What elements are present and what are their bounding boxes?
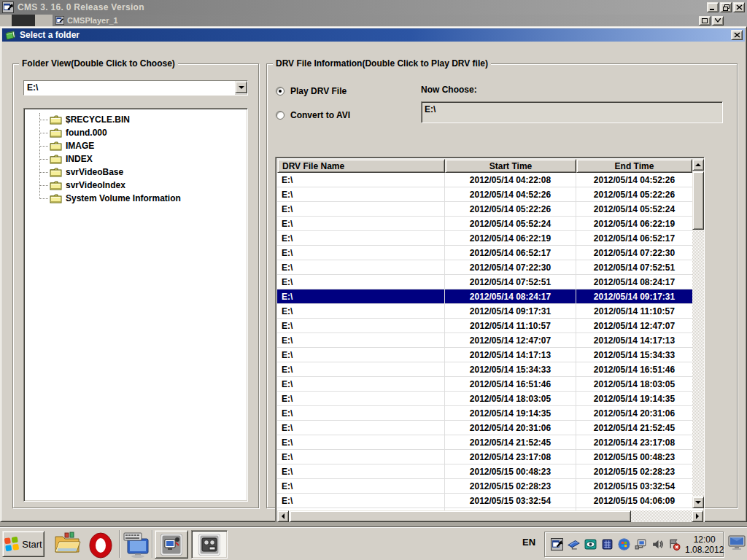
cell-file-name: E:\ [277,231,445,245]
cell-end-time: 2012/05/15 03:32:54 [576,479,692,493]
volume-icon[interactable] [651,538,664,551]
table-row[interactable]: E:\ 2012/05/14 08:24:17 2012/05/14 09:17… [277,289,692,304]
cell-start-time: 2012/05/14 06:22:19 [445,231,576,245]
table-row[interactable]: E:\ 2012/05/14 16:51:46 2012/05/14 18:03… [277,377,692,392]
address-book-icon[interactable] [601,538,614,551]
vertical-scroll-thumb[interactable] [692,171,704,230]
table-row[interactable]: E:\ 2012/05/15 00:48:23 2012/05/15 02:28… [277,464,692,479]
arrow-up-icon [695,163,701,166]
cell-start-time: 2012/05/14 20:31:06 [445,421,576,435]
drive-combobox-value: E:\ [24,81,235,95]
combobox-dropdown-button[interactable] [235,81,247,93]
cell-file-name: E:\ [277,392,445,405]
scroll-left-button[interactable] [277,510,289,522]
table-row[interactable]: E:\ 2012/05/14 04:52:26 2012/05/14 05:22… [277,187,692,202]
opera-icon[interactable] [88,532,114,559]
header-end-time[interactable]: End Time [576,159,692,173]
radio-unselected-icon[interactable] [276,111,285,120]
cell-end-time: 2012/05/14 07:22:30 [576,246,692,260]
table-row[interactable]: E:\ 2012/05/14 07:52:51 2012/05/14 08:24… [277,275,692,289]
scroll-down-button[interactable] [692,497,704,508]
table-row[interactable]: E:\ 2012/05/14 19:14:35 2012/05/14 20:31… [277,406,692,421]
green-folder-icon [4,30,16,41]
dialog-titlebar: Select a folder [2,28,745,42]
main-window-title: CMS 3. 16. 0 Release Version [18,2,144,12]
network-plug-icon[interactable] [635,538,647,551]
dialog-close-button[interactable] [731,30,743,40]
tree-item-folder[interactable]: IMAGE [24,139,247,152]
radio-convert-avi[interactable]: Convert to AVI [276,110,350,120]
table-row[interactable]: E:\ 2012/05/14 06:52:17 2012/05/14 07:22… [277,246,692,260]
explorer-folder-icon[interactable] [53,531,81,556]
cell-start-time: 2012/05/14 12:47:07 [445,333,576,347]
horizontal-scroll-track[interactable] [631,510,692,522]
task-button-video-monitor[interactable] [155,530,188,559]
cms-tray-icon[interactable] [551,538,563,551]
table-row[interactable]: E:\ 2012/05/14 21:52:45 2012/05/14 23:17… [277,435,692,450]
table-row[interactable]: E:\ 2012/05/14 12:47:07 2012/05/14 14:17… [277,333,692,348]
now-choose-field[interactable]: E:\ [421,101,723,123]
tree-item-folder[interactable]: System Volume Information [24,192,247,205]
scroll-up-button[interactable] [692,159,704,171]
table-row[interactable]: E:\ 2012/05/14 06:22:19 2012/05/14 06:52… [277,231,692,246]
cell-file-name: E:\ [277,333,445,347]
table-row[interactable]: E:\ 2012/05/14 18:03:05 2012/05/14 19:14… [277,392,692,406]
table-row[interactable]: E:\ 2012/05/14 05:52:24 2012/05/14 06:22… [277,217,692,231]
table-row[interactable]: E:\ 2012/05/14 15:34:33 2012/05/14 16:51… [277,362,692,377]
table-row[interactable]: E:\ 2012/05/14 04:22:08 2012/05/14 04:52… [277,173,692,187]
player-window-titlebar: CMSPlayer_1 [53,15,747,26]
table-row[interactable]: E:\ 2012/05/14 23:17:08 2012/05/15 00:48… [277,450,692,464]
close-button[interactable] [733,2,745,12]
action-center-flag-icon[interactable] [668,538,681,551]
cell-file-name: E:\ [277,173,445,187]
minimize-button[interactable] [707,2,719,12]
radio-play-drv[interactable]: Play DRV File [276,86,347,96]
clock[interactable]: 12:00 1.08.2012 [685,534,724,555]
folder-icon [50,115,62,125]
tree-item-folder[interactable]: $RECYCLE.BIN [24,113,247,126]
cell-end-time: 2012/05/14 09:17:31 [576,289,692,303]
table-row[interactable]: E:\ 2012/05/15 02:28:23 2012/05/15 03:32… [277,479,692,494]
folder-tree-listbox[interactable]: $RECYCLE.BIN found.000 IMAGE INDEX svrVi… [23,108,248,502]
cell-file-name: E:\ [277,187,445,201]
table-row[interactable]: E:\ 2012/05/14 11:10:57 2012/05/14 12:47… [277,319,692,333]
cms-app-icon-small [55,16,64,25]
table-row[interactable]: E:\ 2012/05/14 14:17:13 2012/05/14 15:34… [277,348,692,362]
table-row[interactable]: E:\ 2012/05/14 07:22:30 2012/05/14 07:52… [277,260,692,275]
header-drv-file-name[interactable]: DRV File Name [277,159,445,173]
cell-start-time: 2012/05/14 05:22:26 [445,202,576,216]
cell-file-name: E:\ [277,246,445,260]
cell-start-time: 2012/05/14 16:51:46 [445,377,576,391]
player-close-button[interactable] [712,16,724,26]
language-indicator[interactable]: EN [522,537,535,548]
tree-item-folder[interactable]: svrVideoBase [24,166,247,179]
horizontal-scroll-thumb[interactable] [290,510,631,522]
tree-item-folder[interactable]: found.000 [24,126,247,139]
restore-button[interactable] [720,2,732,12]
tree-item-label: svrVideoIndex [66,180,125,190]
eye-icon[interactable] [584,538,597,551]
radio-selected-icon[interactable] [276,87,285,96]
table-row[interactable]: E:\ 2012/05/15 03:32:54 2012/05/15 04:06… [277,494,692,508]
table-row[interactable]: E:\ 2012/05/14 05:22:26 2012/05/14 05:52… [277,202,692,217]
show-desktop-icon[interactable] [728,535,746,551]
cell-start-time: 2012/05/14 11:10:57 [445,319,576,332]
drive-combobox[interactable]: E:\ [23,80,248,96]
cell-file-name: E:\ [277,450,445,464]
cell-file-name: E:\ [277,202,445,216]
scroll-right-button[interactable] [692,510,703,522]
table-row[interactable]: E:\ 2012/05/14 20:31:06 2012/05/14 21:52… [277,421,692,435]
player-restore-button[interactable] [699,16,711,26]
start-button[interactable]: Start [2,531,44,557]
vertical-scroll-track[interactable] [692,230,704,496]
scanner-icon[interactable] [568,538,580,551]
tree-item-folder[interactable]: svrVideoIndex [24,179,247,192]
task-button-film-player[interactable] [191,530,228,559]
windows-update-icon[interactable] [618,538,630,551]
tree-item-folder[interactable]: INDEX [24,152,247,166]
table-row[interactable]: E:\ 2012/05/14 09:17:31 2012/05/14 11:10… [277,304,692,319]
remote-keyboard-icon[interactable] [123,532,150,558]
header-start-time[interactable]: Start Time [445,159,576,173]
vertical-scrollbar[interactable] [692,159,704,508]
horizontal-scrollbar[interactable] [277,510,704,522]
